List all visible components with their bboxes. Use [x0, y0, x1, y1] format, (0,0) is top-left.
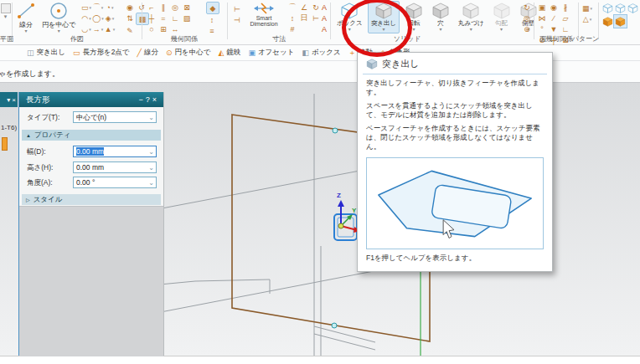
coil-tool-icon[interactable]: ◎ — [521, 13, 533, 23]
face-relation-icon[interactable]: ▱ — [560, 13, 571, 23]
quickbar-item-label: 長方形を2点で — [82, 48, 129, 58]
solid-feature-button[interactable]: 突き出し ▾ — [368, 1, 400, 33]
sketch-tool-icon[interactable]: ▲▾ — [104, 23, 116, 34]
smart-dimension-button[interactable]: Smart Dimension — [243, 2, 285, 33]
quickbar-item-label: オフセット — [258, 48, 295, 58]
quickbar-item[interactable]: ▣ オフセット — [248, 48, 294, 58]
minimize-icon[interactable]: − — [138, 95, 145, 104]
quickbar-item[interactable]: ◫ 突き出し — [27, 48, 65, 58]
quickbar-item-icon: ⊙ — [166, 49, 173, 57]
type-label: タイプ(T): — [27, 113, 59, 123]
quickbar-item[interactable]: ◧ ボックス — [302, 48, 340, 58]
solid-feature-button[interactable]: 勾配 ▾ — [489, 1, 514, 33]
quickbar-item[interactable]: ⊙ 円を中心で — [166, 48, 210, 58]
chevron-down-icon[interactable]: ▾ — [7, 96, 10, 104]
dimension-tool-icon[interactable]: ⌒ — [286, 2, 298, 13]
sketch-tool-icon[interactable]: →▾ — [92, 23, 104, 34]
coil-tool-icon[interactable]: ↻ — [521, 2, 533, 13]
solid-feature-button[interactable]: 丸みづけ ▾ — [455, 1, 488, 33]
relation-constraint-icon[interactable]: ⌐ — [146, 2, 157, 13]
type-dropdown[interactable]: 中心で(n) ⌄ — [73, 111, 157, 123]
relation-constraint-icon[interactable]: ◎ — [169, 2, 181, 13]
relation-constraint-icon[interactable]: ∥ — [157, 2, 169, 13]
dimension-tool-icon[interactable]: # — [286, 23, 298, 34]
sketch-point[interactable] — [332, 323, 337, 328]
style-section-header[interactable]: ▷スタイル — [22, 194, 161, 205]
sketch-option-icon[interactable]: ⇅ — [124, 13, 136, 23]
sketch-tool-icon[interactable]: ⌒▾ — [92, 2, 104, 13]
angle-input[interactable]: 0.00 ° ⌄ — [73, 177, 157, 188]
sketch-tool-icon[interactable]: ◈▾ — [104, 13, 116, 23]
visible-lines-view-button[interactable] — [627, 2, 639, 14]
close-icon[interactable]: × — [12, 96, 16, 104]
text-tool-icon[interactable]: A — [318, 23, 330, 34]
dialog-titlebar[interactable]: 長方形 −?× — [19, 92, 163, 107]
relation-option-icon[interactable]: ◆ — [206, 2, 219, 14]
group-label-dimension: 寸法 — [228, 34, 330, 44]
sketch-tool-icon[interactable]: ◡▾ — [80, 23, 92, 34]
quickbar-item[interactable]: ▭ 長方形を2点で — [73, 48, 130, 58]
text-tool-icon[interactable]: A — [318, 13, 330, 23]
properties-section-header[interactable]: ▲プロパティ — [22, 130, 161, 141]
sketch-option-icon[interactable]: ◉ — [124, 2, 136, 13]
solid-feature-icon — [493, 3, 511, 19]
tooltip-divider — [363, 74, 547, 74]
plane-tool-button[interactable]: ▾ — [0, 3, 11, 25]
face-relation-icon[interactable]: ∦ — [560, 2, 571, 13]
z-axis-arrow — [338, 200, 344, 207]
shaded-view-button[interactable] — [601, 15, 614, 28]
relation-constraint-icon[interactable]: ↔ — [169, 23, 181, 34]
face-relation-icon[interactable]: ∟ — [560, 23, 571, 34]
dimension-tool-icon[interactable]: ↕ — [286, 13, 298, 23]
relation-constraint-icon[interactable]: ▨ — [181, 13, 193, 23]
relation-constraint-icon[interactable]: ⊠ — [181, 2, 193, 13]
coil-tool-icon[interactable]: ⊚ — [521, 23, 533, 34]
chevron-down-icon: ⌄ — [148, 112, 154, 123]
face-relation-icon[interactable]: ⋈ — [536, 13, 548, 23]
pattern-tool-icon[interactable]: △▾ — [581, 13, 593, 24]
close-icon[interactable]: × — [152, 95, 159, 104]
sketch-tool-icon[interactable]: ▭▾ — [80, 2, 92, 13]
relation-constraint-icon[interactable]: ∟ — [169, 13, 181, 23]
face-relation-icon[interactable]: ∕ — [548, 13, 560, 23]
solid-feature-button[interactable]: 回転 ▾ — [401, 1, 426, 33]
height-label: 高さ(H): — [27, 163, 53, 173]
sketch-point[interactable] — [333, 128, 338, 133]
text-tool-icon[interactable]: A — [318, 2, 330, 13]
line-tool-button[interactable]: 線分 ▾ — [15, 2, 37, 33]
quickbar-item-icon: ◧ — [302, 49, 309, 57]
relation-constraint-icon[interactable]: ○ — [146, 23, 157, 34]
sketch-tool-icon[interactable]: ◯▾ — [92, 13, 104, 23]
face-relation-icon[interactable]: ° — [536, 23, 548, 34]
dimension-tool-icon[interactable]: 日 — [298, 13, 310, 23]
dialog-empty-area — [19, 206, 163, 356]
dimension-icon[interactable]: ⊢ — [231, 3, 243, 14]
face-relation-icon[interactable]: ◉ — [548, 2, 560, 13]
quickbar-item-icon: ◫ — [27, 49, 34, 57]
solid-feature-button[interactable]: ボックス ▾ — [333, 1, 366, 33]
relation-constraint-icon[interactable]: = — [157, 13, 169, 23]
relation-constraint-icon[interactable]: ⊞ — [157, 23, 169, 34]
shaded-edges-view-button[interactable] — [614, 15, 627, 28]
tooltip-paragraph: 突き出しフィーチャ、切り抜きフィーチャを作成します。 — [366, 79, 544, 97]
sketch-tool-icon[interactable]: ◠▾ — [80, 13, 92, 23]
relation-constraint-icon[interactable]: ┼ — [146, 13, 157, 23]
hidden-lines-view-button[interactable] — [614, 2, 627, 14]
wireframe-view-button[interactable] — [601, 2, 614, 14]
circle-center-tool-button[interactable]: 円を中心で ▾ — [42, 2, 75, 33]
style-label: スタイル — [34, 195, 63, 203]
dimension-icon[interactable]: ⊣ — [231, 14, 243, 25]
help-icon[interactable]: ? — [146, 95, 152, 104]
pattern-tool-icon[interactable]: ▦▾ — [581, 3, 593, 13]
width-input[interactable]: 0.00 mm ⌄ — [73, 146, 157, 157]
height-input[interactable]: 0.00 mm ⌄ — [73, 161, 157, 173]
group-label-pattern: パターン — [571, 34, 600, 44]
quickbar-item[interactable]: ╱ 線分 — [137, 48, 158, 58]
solid-feature-button[interactable]: 穴 ▾ — [428, 1, 453, 33]
sketch-tool-icon[interactable]: ◔▾ — [104, 2, 116, 13]
dimension-tool-icon[interactable]: ∠ — [298, 2, 310, 13]
face-relation-icon[interactable]: ▣ — [536, 2, 548, 13]
face-relation-icon[interactable]: ▼ — [548, 23, 560, 34]
relation-option-icon[interactable]: ↕ — [206, 14, 218, 25]
quickbar-item[interactable]: ◭ 鏡映 — [218, 48, 240, 58]
